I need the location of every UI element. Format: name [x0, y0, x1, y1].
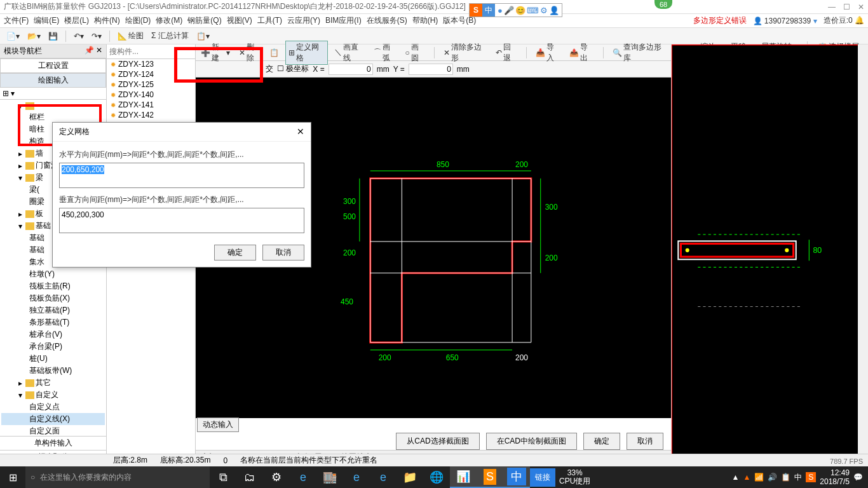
- x-input[interactable]: [329, 64, 373, 75]
- edge-icon[interactable]: e: [343, 466, 370, 488]
- menu-floor[interactable]: 楼层(L): [64, 15, 89, 26]
- ime-icon[interactable]: 🎤: [504, 6, 514, 15]
- ggj-app-icon[interactable]: 📊: [450, 466, 477, 488]
- save-icon[interactable]: 💾: [46, 31, 60, 41]
- ime-icon[interactable]: ●: [498, 6, 503, 15]
- menu-bim[interactable]: BIM应用(I): [325, 15, 362, 26]
- undo-icon[interactable]: ↶▾: [71, 31, 86, 41]
- ie-icon[interactable]: e: [370, 466, 397, 488]
- taskbar-search[interactable]: ○ 在这里输入你要搜索的内容: [25, 466, 210, 488]
- component-list-item[interactable]: ✹ ZDYX-123: [107, 59, 195, 69]
- menu-draw[interactable]: 绘图(D): [125, 15, 151, 26]
- app-icon[interactable]: 中: [503, 466, 530, 488]
- vertical-spacing-input[interactable]: 450,200,300: [62, 210, 104, 219]
- component-list-item[interactable]: ✹ ZDYX-125: [107, 79, 195, 90]
- ime-toolbar[interactable]: S 中 ● 🎤 😊 ⌨ ⚙ 👤: [469, 3, 562, 17]
- tray-icon[interactable]: 📋: [781, 473, 790, 482]
- search-components-input[interactable]: [107, 44, 195, 58]
- component-list-item[interactable]: ✹ ZDYX-142: [107, 110, 195, 120]
- undo-button[interactable]: ↶ 回退: [493, 41, 520, 64]
- ime-icon[interactable]: 👤: [549, 6, 559, 15]
- tray-icon[interactable]: ▲: [743, 473, 750, 482]
- sum-calc-button[interactable]: Σ 汇总计算: [149, 30, 191, 42]
- menu-rebar[interactable]: 钢筋量(Q): [187, 15, 221, 26]
- menu-component[interactable]: 构件(N): [94, 15, 120, 26]
- scrollbar[interactable]: [858, 44, 868, 464]
- draw-line-button[interactable]: ＼ 画直线: [332, 41, 367, 64]
- dialog-close-icon[interactable]: ✕: [297, 126, 304, 137]
- draw-in-cad-button[interactable]: 在CAD中绘制截面图: [486, 433, 577, 450]
- sogou-tray-icon[interactable]: S: [806, 472, 816, 482]
- dialog-cancel-button[interactable]: 取消: [262, 245, 304, 261]
- tab-project-settings[interactable]: 工程设置: [0, 58, 106, 73]
- app-icon[interactable]: ⚙: [263, 466, 290, 488]
- section-preview-panel[interactable]: 80: [671, 44, 868, 464]
- search-polygon-button[interactable]: 🔍 查询多边形库: [610, 41, 668, 64]
- notification-badge[interactable]: 68: [654, 0, 672, 9]
- select-from-cad-button[interactable]: 从CAD选择截面图: [396, 433, 479, 450]
- start-button[interactable]: ⊞: [0, 471, 25, 484]
- tree-node: 筏板负筋(X): [1, 292, 105, 304]
- draw-arc-button[interactable]: ⌒ 画弧: [371, 41, 399, 64]
- delete-button[interactable]: ✕ 删除: [236, 41, 263, 64]
- menu-cloud[interactable]: 云应用(Y): [287, 15, 320, 26]
- dynamic-input-button[interactable]: 动态输入: [197, 417, 239, 432]
- define-grid-button[interactable]: ⊞ 定义网格: [285, 41, 328, 65]
- tray-up-icon[interactable]: ▲: [731, 473, 739, 482]
- svg-text:300: 300: [545, 203, 558, 212]
- app-icon[interactable]: e: [290, 466, 316, 488]
- new-button[interactable]: ➕ 新建 ▾: [198, 41, 233, 64]
- menu-modify[interactable]: 修改(M): [156, 15, 182, 26]
- menu-help[interactable]: 帮助(H): [412, 15, 438, 26]
- tree-node: 自定义面: [1, 425, 105, 436]
- redo-icon[interactable]: ↷▾: [89, 31, 104, 41]
- clock[interactable]: 12:49 2018/7/5: [820, 468, 850, 487]
- component-list-item[interactable]: ✹ ZDYX-124: [107, 69, 195, 79]
- pin-icon[interactable]: 📌 ✕: [85, 46, 102, 57]
- connection-status[interactable]: 链接: [530, 468, 555, 487]
- ime-icon[interactable]: 😊: [515, 6, 526, 15]
- draw-button[interactable]: 📐 绘图: [115, 30, 146, 42]
- notifications-icon[interactable]: 💬: [853, 473, 863, 482]
- user-account[interactable]: 👤 13907298339 ▾: [753, 17, 817, 25]
- ime-icon[interactable]: ⚙: [540, 6, 548, 15]
- explorer-icon[interactable]: 📁: [397, 466, 423, 488]
- y-input[interactable]: [409, 64, 453, 75]
- dialog-ok-button[interactable]: 确定: [214, 245, 256, 261]
- component-list-item[interactable]: ✹ ZDYX-141: [107, 100, 195, 110]
- app-icon[interactable]: 🗂: [236, 466, 263, 488]
- volume-icon[interactable]: 🔊: [768, 473, 777, 482]
- tab-draw-input[interactable]: 绘图输入: [0, 73, 106, 88]
- tray-icon[interactable]: 📶: [754, 473, 764, 482]
- minimize-button[interactable]: —: [828, 3, 836, 11]
- ime-lang[interactable]: 中: [482, 4, 495, 17]
- menu-file[interactable]: 文件(F): [4, 15, 29, 26]
- menu-edit[interactable]: 编辑(E): [34, 15, 59, 26]
- ok-button[interactable]: 确定: [583, 433, 620, 450]
- horizontal-spacing-input[interactable]: 200,650,200: [62, 165, 104, 174]
- app-icon[interactable]: 🏬: [316, 466, 343, 488]
- menu-view[interactable]: 视图(V): [227, 15, 252, 26]
- app-icon[interactable]: S: [477, 466, 503, 488]
- cancel-button[interactable]: 取消: [627, 433, 663, 450]
- component-list-item[interactable]: ✹ ZDYX-140: [107, 90, 195, 100]
- import-button[interactable]: 📥 导入: [533, 41, 563, 64]
- ime-indicator[interactable]: 中: [794, 472, 802, 483]
- maximize-button[interactable]: ☐: [843, 3, 850, 11]
- close-button[interactable]: ✕: [858, 3, 864, 11]
- toolbar-more-icon[interactable]: 📋▾: [194, 31, 212, 41]
- new-file-icon[interactable]: 📄▾: [4, 31, 22, 41]
- open-file-icon[interactable]: 📂▾: [25, 31, 43, 41]
- clear-polygon-button[interactable]: ✕ 清除多边形: [441, 41, 489, 64]
- task-view-icon[interactable]: ⧉: [210, 466, 236, 488]
- ime-icon[interactable]: ⌨: [527, 6, 539, 15]
- export-button[interactable]: 📤 导出: [567, 41, 597, 64]
- draw-circle-button[interactable]: ○ 画圆: [403, 41, 428, 64]
- menu-tools[interactable]: 工具(T): [257, 15, 282, 26]
- copy-icon[interactable]: 📋: [267, 48, 281, 58]
- menu-online[interactable]: 在线服务(S): [367, 15, 407, 26]
- app-icon[interactable]: 🌐: [423, 466, 450, 488]
- x-unit: mm: [377, 65, 390, 74]
- tab-single-component[interactable]: 单构件输入: [0, 436, 106, 450]
- polar-checkbox[interactable]: ☐ 极坐标: [277, 64, 309, 74]
